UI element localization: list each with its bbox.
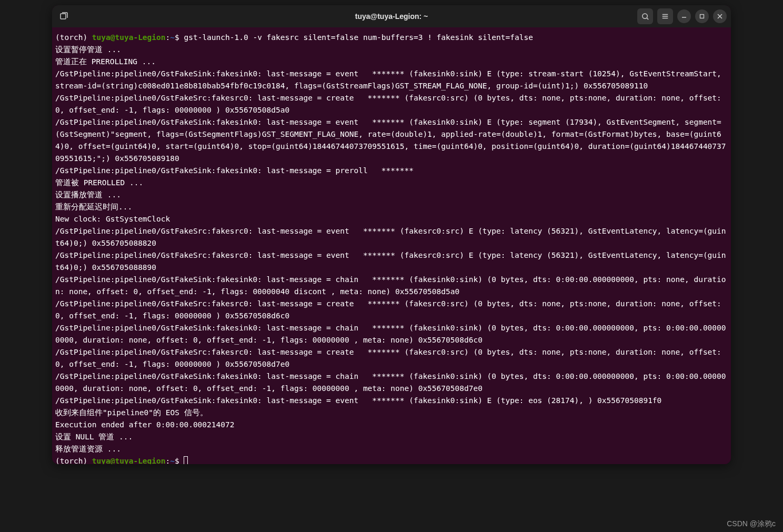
prompt-env: (torch): [55, 457, 92, 464]
output-line: /GstPipeline:pipeline0/GstFakeSrc:fakesr…: [55, 249, 728, 274]
output-line: 重新分配延迟时间...: [55, 201, 728, 213]
output-line: 收到来自组件"pipeline0"的 EOS 信号。: [55, 407, 728, 419]
prompt-user-host: tuya@tuya-Legion: [92, 457, 166, 464]
menu-button[interactable]: [657, 8, 673, 24]
minimize-icon: [681, 14, 687, 19]
prompt-dollar: $: [175, 33, 184, 42]
output-line: /GstPipeline:pipeline0/GstFakeSink:fakes…: [55, 68, 728, 92]
svg-rect-2: [700, 15, 704, 18]
prompt-colon: :: [166, 457, 170, 464]
output-container: 设置暂停管道 ...管道正在 PREROLLING .../GstPipelin…: [55, 44, 728, 455]
prompt-path: ~: [170, 33, 175, 42]
output-line: /GstPipeline:pipeline0/GstFakeSink:fakes…: [55, 116, 728, 165]
output-line: /GstPipeline:pipeline0/GstFakeSink:fakes…: [55, 395, 728, 407]
output-line: /GstPipeline:pipeline0/GstFakeSrc:fakesr…: [55, 298, 728, 322]
prompt-dollar: $: [175, 457, 184, 464]
cursor: [184, 456, 188, 464]
terminal-body[interactable]: (torch) tuya@tuya-Legion:~$ gst-launch-1…: [52, 27, 731, 464]
prompt-env: (torch): [55, 33, 92, 42]
prompt-colon: :: [166, 33, 170, 42]
close-icon: [717, 14, 722, 19]
output-line: 管道正在 PREROLLING ...: [55, 56, 728, 68]
svg-point-1: [642, 13, 647, 18]
output-line: /GstPipeline:pipeline0/GstFakeSink:fakes…: [55, 322, 728, 346]
output-line: /GstPipeline:pipeline0/GstFakeSrc:fakesr…: [55, 92, 728, 116]
output-line: /GstPipeline:pipeline0/GstFakeSink:fakes…: [55, 165, 728, 177]
output-line: 管道被 PREROLLED ...: [55, 177, 728, 189]
output-line: /GstPipeline:pipeline0/GstFakeSink:fakes…: [55, 370, 728, 395]
output-line: /GstPipeline:pipeline0/GstFakeSrc:fakesr…: [55, 346, 728, 370]
maximize-button[interactable]: [695, 9, 709, 23]
title-bar-left: [56, 9, 71, 24]
output-line: New clock: GstSystemClock: [55, 213, 728, 225]
output-line: Execution ended after 0:00:00.000214072: [55, 419, 728, 431]
window-title: tuya@tuya-Legion: ~: [355, 12, 428, 21]
close-button[interactable]: [713, 9, 727, 23]
output-line: 设置 NULL 管道 ...: [55, 431, 728, 443]
maximize-icon: [699, 14, 705, 19]
search-button[interactable]: [637, 8, 653, 24]
title-bar: tuya@tuya-Legion: ~: [52, 5, 731, 27]
svg-rect-0: [61, 14, 66, 19]
output-line: 设置暂停管道 ...: [55, 44, 728, 56]
watermark: CSDN @涂鸦c: [727, 519, 776, 529]
output-line: 释放管道资源 ...: [55, 443, 728, 455]
output-line: /GstPipeline:pipeline0/GstFakeSrc:fakesr…: [55, 225, 728, 249]
search-icon: [641, 13, 649, 21]
new-tab-button[interactable]: [56, 9, 71, 24]
terminal-window: tuya@tuya-Legion: ~ (torch) tuya@tuya-Le…: [52, 5, 731, 464]
prompt-line: (torch) tuya@tuya-Legion:~$ gst-launch-1…: [55, 32, 728, 44]
prompt-path: ~: [170, 457, 175, 464]
output-line: 设置播放管道 ...: [55, 189, 728, 201]
hamburger-icon: [661, 13, 669, 20]
command-text: gst-launch-1.0 -v fakesrc silent=false n…: [184, 33, 533, 42]
prompt-user-host: tuya@tuya-Legion: [92, 33, 166, 42]
prompt-line-idle: (torch) tuya@tuya-Legion:~$: [55, 455, 728, 464]
minimize-button[interactable]: [677, 9, 691, 23]
title-bar-right: [637, 8, 727, 24]
new-tab-icon: [59, 12, 68, 21]
output-line: /GstPipeline:pipeline0/GstFakeSink:fakes…: [55, 274, 728, 298]
